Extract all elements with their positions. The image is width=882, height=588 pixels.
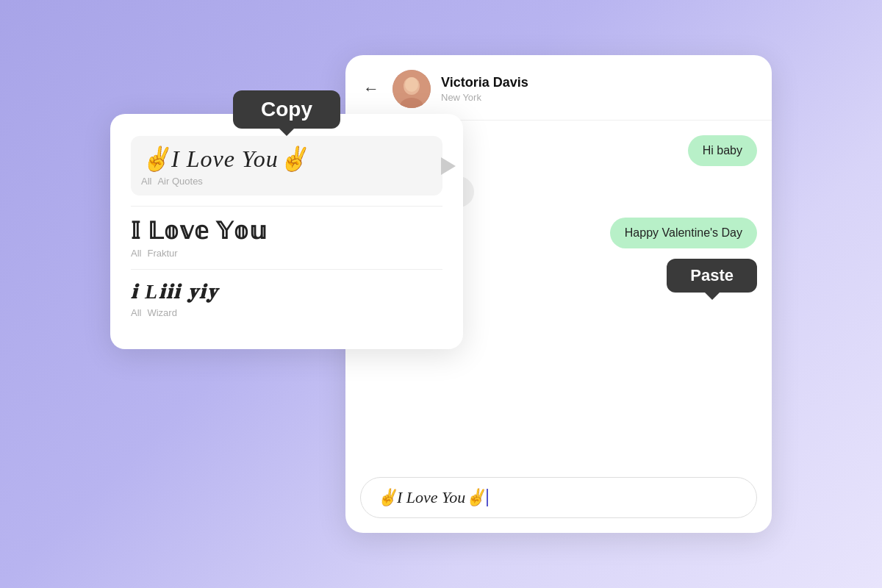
- font-style-name-3: Wizard: [147, 307, 176, 318]
- input-text: ✌️I Love You✌️: [377, 488, 485, 507]
- divider-1: [131, 206, 442, 207]
- message-text-3: Happy Valentine's Day: [625, 226, 742, 239]
- scene: Copy ✌️I Love You✌️ All Air Quotes 𝕀 𝕃𝕠𝕧…: [110, 55, 772, 533]
- font-picker-card: Copy ✌️I Love You✌️ All Air Quotes 𝕀 𝕃𝕠𝕧…: [110, 114, 463, 349]
- message-text-1: Hi baby: [703, 144, 742, 157]
- font-item-wizard[interactable]: 𝐢 L𝐢𝐢𝐢 𝐲𝐢𝐲 All Wizard: [131, 280, 442, 318]
- font-tag-all-2: All: [131, 248, 141, 259]
- font-item-fraktur[interactable]: 𝕀 𝕃𝕠𝕧𝕖 𝕐𝕠𝕦 All Fraktur: [131, 217, 442, 259]
- font-style-name-1: Air Quotes: [157, 176, 202, 187]
- chat-input-area: ✌️I Love You✌️: [345, 470, 772, 533]
- chat-header: ← Victoria Davis New York: [345, 55, 772, 121]
- text-cursor: [487, 489, 488, 506]
- chat-input-box[interactable]: ✌️I Love You✌️: [360, 477, 757, 518]
- avatar: [392, 70, 431, 108]
- font-text-wizard: 𝐢 L𝐢𝐢𝐢 𝐲𝐢𝐲: [131, 280, 442, 304]
- back-button[interactable]: ←: [363, 79, 379, 98]
- contact-info: Victoria Davis New York: [441, 75, 754, 103]
- paste-tooltip[interactable]: Paste: [667, 259, 757, 293]
- paste-label: Paste: [690, 266, 734, 284]
- copy-tooltip[interactable]: Copy: [233, 90, 340, 129]
- font-tag-all-3: All: [131, 307, 141, 318]
- message-sent-2: Happy Valentine's Day: [610, 218, 757, 248]
- divider-2: [131, 269, 442, 270]
- svg-point-3: [405, 77, 418, 92]
- contact-location: New York: [441, 92, 754, 103]
- font-item-air-quotes[interactable]: ✌️I Love You✌️ All Air Quotes: [131, 136, 442, 196]
- font-tag-all-1: All: [141, 176, 151, 187]
- font-text-air-quotes: ✌️I Love You✌️: [141, 145, 432, 173]
- contact-name: Victoria Davis: [441, 75, 754, 90]
- message-sent-1: Hi baby: [688, 135, 757, 166]
- copy-label: Copy: [261, 98, 312, 121]
- font-text-fraktur: 𝕀 𝕃𝕠𝕧𝕖 𝕐𝕠𝕦: [131, 217, 442, 245]
- arrow-right-icon: [441, 157, 456, 175]
- font-style-name-2: Fraktur: [147, 248, 177, 259]
